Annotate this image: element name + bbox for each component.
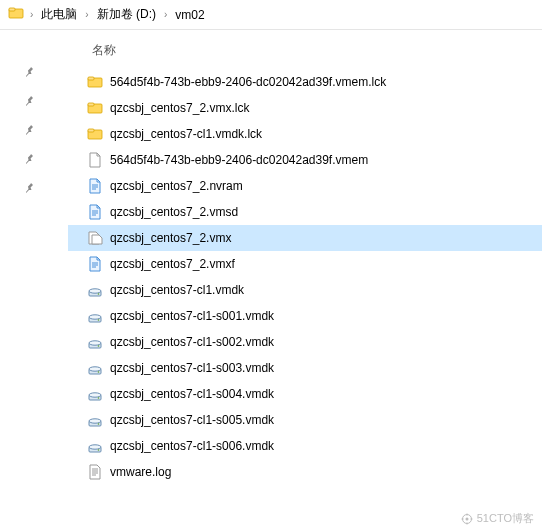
file-list: 名称 564d5f4b-743b-ebb9-2406-dc02042ad39f.… — [60, 30, 542, 532]
breadcrumb-item[interactable]: 此电脑 — [37, 4, 81, 25]
svg-point-22 — [98, 319, 100, 321]
breadcrumb-item[interactable]: vm02 — [171, 6, 208, 24]
file-row[interactable]: qzcsbj_centos7-cl1-s004.vmdk — [68, 381, 542, 407]
pin-icon[interactable] — [23, 66, 37, 83]
disk-icon — [86, 333, 104, 351]
disk-icon — [86, 385, 104, 403]
svg-point-34 — [98, 423, 100, 425]
pin-icon[interactable] — [23, 95, 37, 112]
disk-icon — [86, 359, 104, 377]
file-row[interactable]: qzcsbj_centos7_2.nvram — [68, 173, 542, 199]
file-name: qzcsbj_centos7-cl1.vmdk — [110, 283, 244, 297]
svg-point-28 — [98, 371, 100, 373]
folder-icon — [8, 5, 24, 24]
svg-point-36 — [89, 445, 101, 449]
file-name: qzcsbj_centos7_2.vmx — [110, 231, 231, 245]
file-name: qzcsbj_centos7-cl1-s005.vmdk — [110, 413, 274, 427]
file-row[interactable]: qzcsbj_centos7-cl1-s001.vmdk — [68, 303, 542, 329]
file-row[interactable]: qzcsbj_centos7_2.vmx — [68, 225, 542, 251]
pin-icon[interactable] — [23, 124, 37, 141]
breadcrumb-item[interactable]: 新加卷 (D:) — [93, 4, 160, 25]
vmx-icon — [86, 229, 104, 247]
file-row[interactable]: qzcsbj_centos7-cl1-s002.vmdk — [68, 329, 542, 355]
log-icon — [86, 463, 104, 481]
page-icon — [86, 203, 104, 221]
chevron-right-icon: › — [85, 9, 88, 20]
file-name: qzcsbj_centos7-cl1-s003.vmdk — [110, 361, 274, 375]
disk-icon — [86, 307, 104, 325]
folder-icon — [86, 73, 104, 91]
disk-icon — [86, 281, 104, 299]
svg-point-21 — [89, 315, 101, 319]
file-row[interactable]: qzcsbj_centos7_2.vmxf — [68, 251, 542, 277]
svg-rect-7 — [88, 129, 94, 132]
file-name: qzcsbj_centos7-cl1.vmdk.lck — [110, 127, 262, 141]
page-icon — [86, 255, 104, 273]
watermark: 51CTO博客 — [461, 511, 534, 526]
file-name: qzcsbj_centos7-cl1-s004.vmdk — [110, 387, 274, 401]
page-icon — [86, 177, 104, 195]
svg-point-30 — [89, 393, 101, 397]
disk-icon — [86, 411, 104, 429]
file-row[interactable]: qzcsbj_centos7_2.vmx.lck — [68, 95, 542, 121]
file-row[interactable]: qzcsbj_centos7-cl1-s003.vmdk — [68, 355, 542, 381]
svg-point-33 — [89, 419, 101, 423]
svg-point-31 — [98, 397, 100, 399]
chevron-right-icon: › — [30, 9, 33, 20]
file-row[interactable]: qzcsbj_centos7-cl1.vmdk — [68, 277, 542, 303]
file-row[interactable]: 564d5f4b-743b-ebb9-2406-dc02042ad39f.vme… — [68, 69, 542, 95]
file-name: 564d5f4b-743b-ebb9-2406-dc02042ad39f.vme… — [110, 153, 368, 167]
chevron-right-icon: › — [164, 9, 167, 20]
file-name: qzcsbj_centos7_2.vmxf — [110, 257, 235, 271]
file-name: qzcsbj_centos7-cl1-s001.vmdk — [110, 309, 274, 323]
file-row[interactable]: qzcsbj_centos7-cl1-s005.vmdk — [68, 407, 542, 433]
file-name: vmware.log — [110, 465, 171, 479]
svg-point-43 — [465, 518, 468, 521]
pin-icon[interactable] — [23, 153, 37, 170]
pin-icon[interactable] — [23, 182, 37, 199]
svg-point-25 — [98, 345, 100, 347]
file-name: qzcsbj_centos7_2.vmx.lck — [110, 101, 249, 115]
file-icon — [86, 151, 104, 169]
svg-point-37 — [98, 449, 100, 451]
column-header-name[interactable]: 名称 — [68, 38, 542, 69]
svg-rect-5 — [88, 103, 94, 106]
svg-point-24 — [89, 341, 101, 345]
svg-point-19 — [98, 293, 100, 295]
file-row[interactable]: qzcsbj_centos7_2.vmsd — [68, 199, 542, 225]
svg-point-18 — [89, 289, 101, 293]
file-name: qzcsbj_centos7-cl1-s006.vmdk — [110, 439, 274, 453]
folder-icon — [86, 99, 104, 117]
svg-point-27 — [89, 367, 101, 371]
quick-access-sidebar — [0, 30, 60, 532]
svg-rect-1 — [9, 8, 15, 11]
file-row[interactable]: qzcsbj_centos7-cl1.vmdk.lck — [68, 121, 542, 147]
breadcrumb[interactable]: › 此电脑 › 新加卷 (D:) › vm02 — [0, 0, 542, 30]
file-name: 564d5f4b-743b-ebb9-2406-dc02042ad39f.vme… — [110, 75, 386, 89]
file-row[interactable]: vmware.log — [68, 459, 542, 485]
file-row[interactable]: 564d5f4b-743b-ebb9-2406-dc02042ad39f.vme… — [68, 147, 542, 173]
folder-icon — [86, 125, 104, 143]
file-name: qzcsbj_centos7_2.nvram — [110, 179, 243, 193]
svg-rect-3 — [88, 77, 94, 80]
file-name: qzcsbj_centos7_2.vmsd — [110, 205, 238, 219]
file-name: qzcsbj_centos7-cl1-s002.vmdk — [110, 335, 274, 349]
disk-icon — [86, 437, 104, 455]
bug-icon — [461, 513, 473, 525]
file-row[interactable]: qzcsbj_centos7-cl1-s006.vmdk — [68, 433, 542, 459]
